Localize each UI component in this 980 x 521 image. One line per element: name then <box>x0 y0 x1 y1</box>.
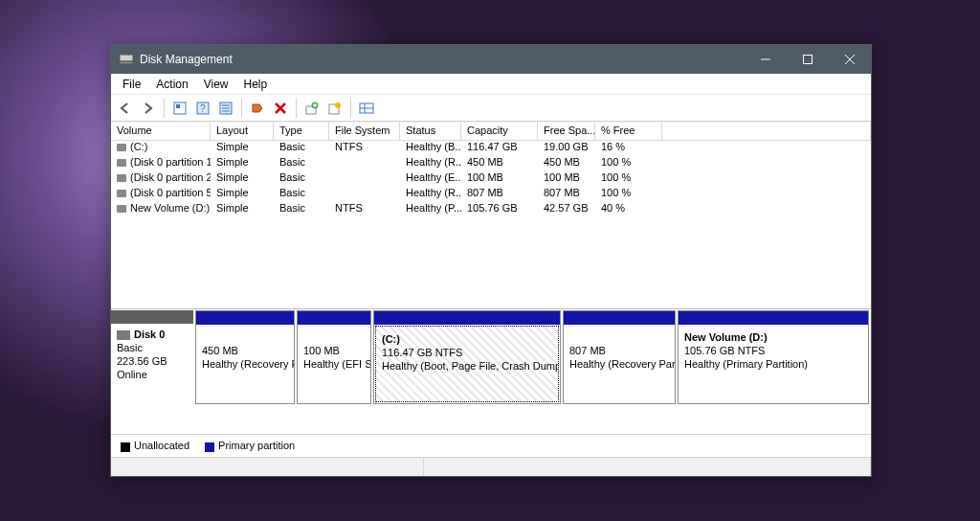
graphical-view[interactable]: Disk 0 Basic 223.56 GB Online 450 MBHeal… <box>111 309 871 434</box>
disk-state: Online <box>117 368 188 381</box>
col-status[interactable]: Status <box>400 122 461 141</box>
legend-primary-swatch <box>205 442 214 452</box>
maximize-button[interactable] <box>787 45 829 74</box>
col-spacer <box>662 122 871 141</box>
minimize-button[interactable] <box>745 45 787 74</box>
delete-icon[interactable] <box>270 98 291 119</box>
toolbar: ? <box>111 95 871 122</box>
partition-block[interactable]: 450 MBHealthy (Recovery P <box>195 310 295 404</box>
settings-list-icon[interactable] <box>215 98 236 119</box>
disk-size: 223.56 GB <box>117 354 188 368</box>
statusbar <box>111 457 871 476</box>
menu-file[interactable]: File <box>115 76 148 93</box>
help-icon[interactable]: ? <box>192 98 213 119</box>
disk-type: Basic <box>117 341 188 354</box>
svg-text:?: ? <box>200 103 206 114</box>
svg-rect-1 <box>120 61 133 64</box>
disk-info-column[interactable]: Disk 0 Basic 223.56 GB Online <box>111 310 193 434</box>
action-icon[interactable] <box>247 98 268 119</box>
disk-management-window: Disk Management File Action View Help ? … <box>110 44 872 477</box>
window-buttons <box>745 45 871 74</box>
partition-block[interactable]: 100 MBHealthy (EFI Sy <box>297 310 371 404</box>
legend-unallocated-swatch <box>121 442 130 452</box>
close-button[interactable] <box>829 45 871 74</box>
volume-list-pane[interactable]: Volume Layout Type File System Status Ca… <box>111 122 871 309</box>
volume-row[interactable]: (Disk 0 partition 5)SimpleBasicHealthy (… <box>111 187 871 202</box>
disk-management-icon <box>119 52 134 67</box>
volume-row[interactable]: (C:)SimpleBasicNTFSHealthy (B...116.47 G… <box>111 141 871 156</box>
col-layout[interactable]: Layout <box>211 122 274 141</box>
create-partition-icon[interactable] <box>301 98 323 119</box>
volume-row[interactable]: (Disk 0 partition 2)SimpleBasicHealthy (… <box>111 171 871 187</box>
col-capacity[interactable]: Capacity <box>461 122 538 141</box>
svg-point-21 <box>335 102 341 108</box>
col-pctfree[interactable]: % Free <box>595 122 662 141</box>
col-volume[interactable]: Volume <box>111 122 211 141</box>
svg-rect-0 <box>120 55 133 61</box>
legend-primary: Primary partition <box>218 440 295 451</box>
volume-row[interactable]: (Disk 0 partition 1)SimpleBasicHealthy (… <box>111 156 871 171</box>
window-title: Disk Management <box>140 53 745 66</box>
back-button[interactable] <box>115 98 136 119</box>
col-type[interactable]: Type <box>274 122 329 141</box>
menu-action[interactable]: Action <box>148 76 195 93</box>
titlebar[interactable]: Disk Management <box>111 45 871 74</box>
partition-block[interactable]: (C:)116.47 GB NTFSHealthy (Boot, Page Fi… <box>373 310 561 404</box>
menu-view[interactable]: View <box>196 76 236 93</box>
menu-help[interactable]: Help <box>236 76 276 93</box>
layout-icon[interactable] <box>356 98 377 119</box>
col-freespace[interactable]: Free Spa... <box>538 122 595 141</box>
partition-block[interactable]: New Volume (D:)105.76 GB NTFSHealthy (Pr… <box>678 310 869 404</box>
disk-label: Disk 0 <box>134 328 165 340</box>
menubar: File Action View Help <box>111 74 871 95</box>
legend: Unallocated Primary partition <box>111 434 871 457</box>
legend-unallocated: Unallocated <box>134 440 189 451</box>
volume-row[interactable]: New Volume (D:)SimpleBasicNTFSHealthy (P… <box>111 202 871 217</box>
col-filesystem[interactable]: File System <box>329 122 400 141</box>
refresh-icon[interactable] <box>169 98 190 119</box>
svg-rect-7 <box>176 104 180 108</box>
partition-block[interactable]: 807 MBHealthy (Recovery Part <box>563 310 676 404</box>
forward-button[interactable] <box>138 98 159 119</box>
properties-icon[interactable] <box>324 98 345 119</box>
volume-list-header: Volume Layout Type File System Status Ca… <box>111 122 871 141</box>
disk-icon <box>117 330 130 340</box>
svg-rect-3 <box>804 56 813 64</box>
